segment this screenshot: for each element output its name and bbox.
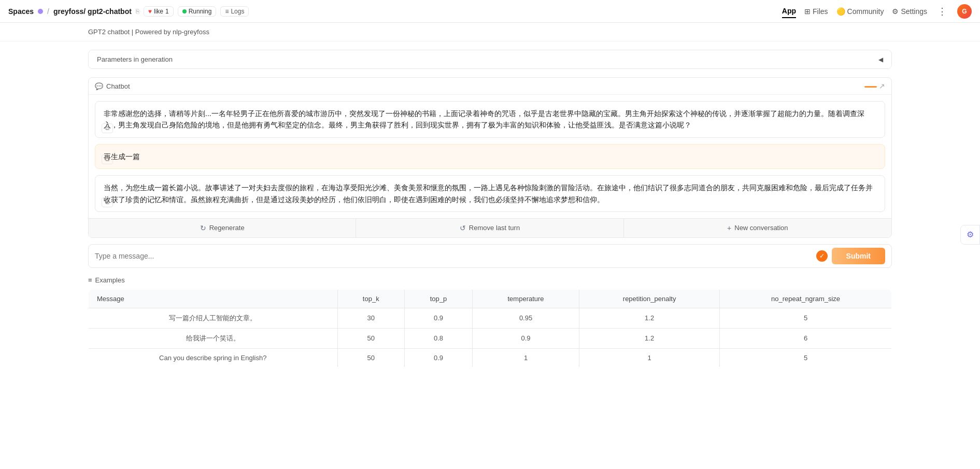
col-temperature: temperature <box>473 289 579 308</box>
input-area: ✓ Submit <box>88 244 892 268</box>
bot-message-1: 非常感谢您的选择，请稍等片刻...一名年轻男子正在他所喜爱的城市游历中，突然发现… <box>95 101 885 138</box>
status-label: Running <box>189 8 212 15</box>
topnav: Spaces / greyfoss/ gpt2-chatbot ⎘ ♥ like… <box>0 0 980 23</box>
accordion-header[interactable]: Parameters in generation ◀ <box>89 50 891 68</box>
floating-right-panel: ⚙ <box>960 225 980 245</box>
action-buttons: ↻ Regenerate ↺ Remove last turn + New co… <box>89 218 891 237</box>
share-icon[interactable]: ↗ <box>879 82 885 90</box>
example-top_p: 0.9 <box>405 348 473 367</box>
example-temperature: 0.9 <box>473 328 579 348</box>
example-message[interactable]: 写一篇介绍人工智能的文章。 <box>89 308 338 328</box>
more-button[interactable]: ⋮ <box>935 5 949 18</box>
logs-label: Logs <box>231 8 244 15</box>
spaces-label: Spaces <box>8 7 34 16</box>
table-row[interactable]: Can you describe spring in English? 50 0… <box>89 348 892 367</box>
new-conv-icon: + <box>727 224 731 232</box>
accordion-arrow-icon: ◀ <box>878 56 883 63</box>
example-top_k: 30 <box>337 308 405 328</box>
heart-icon: ♥ <box>148 8 152 15</box>
copy-message-1-button[interactable]: ⧉ <box>102 123 113 133</box>
examples-section: ≡ Examples Message top_k top_p temperatu… <box>88 276 892 367</box>
table-row[interactable]: 写一篇介绍人工智能的文章。 30 0.9 0.95 1.2 5 <box>89 308 892 328</box>
copy-repo-icon[interactable]: ⎘ <box>136 8 139 15</box>
main-content: Parameters in generation ◀ 💬 Chatbot ↗ 非… <box>0 41 980 376</box>
like-label: like <box>154 8 163 15</box>
example-message[interactable]: Can you describe spring in English? <box>89 348 338 367</box>
example-no_repeat_ngram_size: 5 <box>720 308 892 328</box>
status-badge: Running <box>178 6 217 17</box>
like-count: 1 <box>165 8 169 15</box>
logs-button[interactable]: ≡ Logs <box>220 6 249 17</box>
example-temperature: 1 <box>473 348 579 367</box>
example-repetition_penalty: 1.2 <box>579 308 720 328</box>
accordion-label: Parameters in generation <box>97 55 173 63</box>
chat-messages: 非常感谢您的选择，请稍等片刻...一名年轻男子正在他所喜爱的城市游历中，突然发现… <box>89 95 891 218</box>
chatbot-icon: 💬 <box>95 82 103 90</box>
example-no_repeat_ngram_size: 5 <box>720 348 892 367</box>
col-top_p: top_p <box>405 289 473 308</box>
chatbot-title: 💬 Chatbot <box>95 82 130 90</box>
copy-message-3-button[interactable]: ⧉ <box>102 197 113 207</box>
chatbot-header: 💬 Chatbot ↗ <box>89 78 891 95</box>
example-top_p: 0.9 <box>405 308 473 328</box>
avatar[interactable]: G <box>957 4 972 19</box>
example-top_k: 50 <box>337 348 405 367</box>
examples-table: Message top_k top_p temperature repetiti… <box>88 289 892 367</box>
col-message: Message <box>89 289 338 308</box>
examples-header[interactable]: ≡ Examples <box>88 276 892 284</box>
example-top_p: 0.8 <box>405 328 473 348</box>
float-button[interactable]: ⚙ <box>963 228 977 242</box>
submit-button[interactable]: Submit <box>832 248 885 264</box>
col-top_k: top_k <box>337 289 405 308</box>
example-repetition_penalty: 1.2 <box>579 328 720 348</box>
status-dot <box>182 9 187 13</box>
new-conversation-button[interactable]: + New conversation <box>624 219 891 237</box>
topnav-right: App ⊞ Files 🟡 Community ⚙ Settings ⋮ G <box>782 4 972 19</box>
orange-decoration <box>864 86 877 88</box>
bot-message-2: 当然，为您生成一篇长篇小说。故事讲述了一对夫妇去度假的旅程，在海边享受阳光沙滩、… <box>95 175 885 212</box>
check-icon: ✓ <box>816 250 828 262</box>
parameters-accordion: Parameters in generation ◀ <box>88 50 892 69</box>
remove-icon: ↺ <box>460 224 466 232</box>
regenerate-button[interactable]: ↻ Regenerate <box>89 219 356 237</box>
user-message-1: 再生成一篇 ⧉ <box>95 144 885 169</box>
community-icon: 🟡 <box>836 7 845 16</box>
user-avatar-dot <box>38 9 43 14</box>
settings-icon: ⚙ <box>892 7 899 16</box>
example-no_repeat_ngram_size: 6 <box>720 328 892 348</box>
like-button[interactable]: ♥ like 1 <box>144 6 174 17</box>
example-message[interactable]: 给我讲一个笑话。 <box>89 328 338 348</box>
message-input[interactable] <box>95 252 812 260</box>
example-temperature: 0.95 <box>473 308 579 328</box>
repo-name: greyfoss/ gpt2-chatbot <box>53 7 132 16</box>
col-no_repeat_ngram_size: no_repeat_ngram_size <box>720 289 892 308</box>
nav-files[interactable]: ⊞ Files <box>804 5 828 18</box>
chatbot-container: 💬 Chatbot ↗ 非常感谢您的选择，请稍等片刻...一名年轻男子正在他所喜… <box>88 77 892 238</box>
logs-icon: ≡ <box>225 8 229 15</box>
copy-message-2-button[interactable]: ⧉ <box>102 154 113 164</box>
files-icon: ⊞ <box>804 7 811 16</box>
example-top_k: 50 <box>337 328 405 348</box>
example-repetition_penalty: 1 <box>579 348 720 367</box>
regenerate-icon: ↻ <box>200 224 206 232</box>
remove-last-turn-button[interactable]: ↺ Remove last turn <box>356 219 623 237</box>
topnav-left: Spaces / greyfoss/ gpt2-chatbot ⎘ ♥ like… <box>8 6 778 17</box>
examples-label: Examples <box>95 276 125 284</box>
examples-icon: ≡ <box>88 276 92 284</box>
nav-community[interactable]: 🟡 Community <box>836 5 884 18</box>
subtitle: GPT2 chatbot | Powered by nlp-greyfoss <box>0 23 980 41</box>
nav-app[interactable]: App <box>782 5 796 18</box>
table-row[interactable]: 给我讲一个笑话。 50 0.8 0.9 1.2 6 <box>89 328 892 348</box>
col-repetition_penalty: repetition_penalty <box>579 289 720 308</box>
nav-settings[interactable]: ⚙ Settings <box>892 5 927 18</box>
